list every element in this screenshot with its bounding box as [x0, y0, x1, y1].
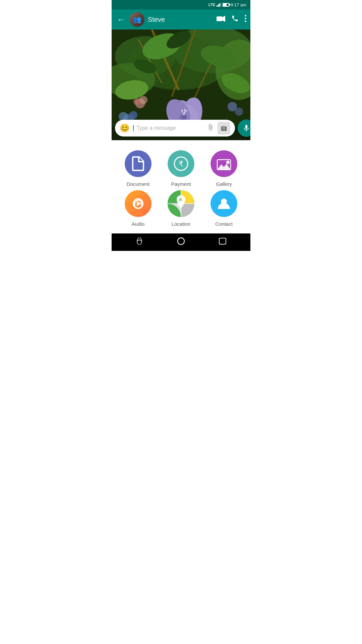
svg-rect-0 [217, 5, 218, 7]
nav-home-button[interactable] [177, 237, 185, 247]
document-icon [132, 156, 144, 171]
gallery-icon-circle [210, 150, 237, 177]
location-map-icon [168, 190, 194, 217]
svg-rect-3 [221, 3, 221, 7]
attachment-grid: Document ₹ Payment Gallery [118, 150, 244, 227]
battery-icon [223, 3, 229, 7]
attachment-item-payment[interactable]: ₹ Payment [161, 150, 201, 187]
document-icon-circle [125, 150, 152, 177]
contact-avatar[interactable] [130, 12, 144, 27]
time-display: 9:17 am [231, 2, 246, 7]
attachment-menu: Document ₹ Payment Gallery [112, 140, 250, 233]
contact-icon [217, 196, 231, 211]
contact-icon-circle [210, 190, 237, 217]
attach-button[interactable] [207, 123, 214, 133]
lte-icon: LTE [208, 3, 215, 7]
chat-header: ← Steve [112, 9, 250, 30]
video-call-button[interactable] [217, 15, 225, 24]
contact-label: Contact [215, 221, 233, 227]
svg-marker-5 [222, 16, 225, 22]
status-icons: LTE 9:17 am [208, 2, 246, 7]
svg-point-46 [235, 108, 243, 116]
payment-icon: ₹ [174, 156, 188, 171]
svg-point-8 [245, 20, 246, 22]
document-label: Document [127, 181, 149, 187]
gallery-icon [217, 157, 231, 170]
emoji-button[interactable]: 😊 [120, 123, 130, 133]
message-input-box: 😊 [115, 120, 235, 137]
svg-point-7 [245, 18, 246, 19]
svg-rect-54 [141, 203, 142, 206]
watermark: 知乎 @卢允德 [225, 285, 248, 290]
location-label: Location [172, 221, 191, 227]
nav-back-button[interactable] [135, 237, 144, 247]
message-input-area: 😊 [112, 116, 250, 140]
phone-button[interactable] [231, 15, 239, 24]
svg-rect-53 [134, 203, 135, 206]
svg-point-52 [226, 161, 230, 164]
svg-rect-1 [218, 4, 219, 7]
header-actions [217, 15, 246, 24]
nav-bar [112, 233, 250, 251]
svg-point-27 [133, 98, 140, 105]
contact-name[interactable]: Steve [148, 16, 213, 23]
attachment-item-document[interactable]: Document [118, 150, 158, 187]
svg-point-40 [186, 110, 187, 111]
svg-point-59 [178, 238, 184, 245]
attachment-item-location[interactable]: Location [161, 190, 201, 227]
svg-text:₹: ₹ [179, 160, 183, 168]
svg-marker-51 [217, 164, 231, 170]
audio-label: Audio [132, 221, 144, 227]
svg-point-39 [184, 109, 185, 110]
attachment-item-audio[interactable]: Audio [118, 190, 158, 227]
audio-icon [131, 196, 145, 211]
svg-point-6 [245, 15, 246, 16]
location-icon-circle [168, 190, 194, 217]
audio-icon-circle [125, 190, 152, 217]
svg-point-38 [181, 110, 183, 111]
attachment-item-gallery[interactable]: Gallery [204, 150, 244, 187]
nav-recent-button[interactable] [218, 237, 227, 247]
attachment-item-contact[interactable]: Contact [204, 190, 244, 227]
gallery-label: Gallery [216, 181, 232, 187]
mic-button[interactable] [238, 119, 250, 137]
chat-area: 😊 [112, 30, 250, 140]
payment-label: Payment [171, 181, 191, 187]
svg-rect-4 [217, 16, 222, 21]
more-options-button[interactable] [245, 15, 246, 24]
payment-icon-circle: ₹ [168, 150, 194, 177]
svg-rect-2 [219, 3, 220, 7]
svg-point-26 [139, 96, 147, 104]
status-bar: LTE 9:17 am [112, 0, 250, 9]
mic-icon [242, 124, 250, 132]
signal-icon [217, 3, 221, 7]
back-button[interactable]: ← [116, 13, 126, 25]
camera-button[interactable] [218, 122, 230, 135]
message-input[interactable] [133, 125, 203, 131]
